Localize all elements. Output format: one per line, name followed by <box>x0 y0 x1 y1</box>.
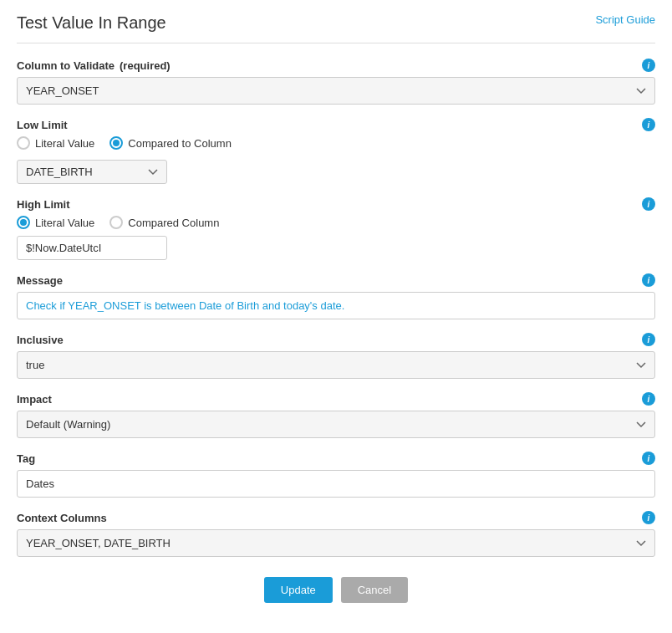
message-input[interactable] <box>17 292 655 319</box>
impact-info-icon[interactable]: i <box>642 392 655 406</box>
impact-group: Impact i Default (Warning) Error Info <box>17 392 655 438</box>
script-guide-link[interactable]: Script Guide <box>595 13 655 26</box>
high-limit-group: High Limit i Literal Value Compared Colu… <box>17 197 655 260</box>
low-limit-literal-option[interactable]: Literal Value <box>17 136 94 150</box>
inclusive-group: Inclusive i true false <box>17 333 655 379</box>
cancel-button[interactable]: Cancel <box>341 577 408 603</box>
tag-label: Tag <box>17 452 35 465</box>
context-columns-group: Context Columns i YEAR_ONSET, DATE_BIRTH <box>17 511 655 557</box>
high-limit-compared-option[interactable]: Compared Column <box>109 216 219 229</box>
main-container: Script Guide Test Value In Range Column … <box>0 0 672 620</box>
column-to-validate-required: (required) <box>120 59 171 72</box>
tag-group: Tag i <box>17 452 655 498</box>
low-limit-radio-group: Literal Value Compared to Column <box>17 136 655 150</box>
low-limit-info-icon[interactable]: i <box>642 118 655 131</box>
message-label: Message <box>17 274 63 287</box>
high-limit-radio-group: Literal Value Compared Column <box>17 216 655 229</box>
tag-info-icon[interactable]: i <box>642 452 655 465</box>
high-limit-label: High Limit <box>17 198 70 211</box>
update-button[interactable]: Update <box>264 577 333 603</box>
low-limit-literal-radio[interactable] <box>17 136 30 150</box>
context-columns-info-icon[interactable]: i <box>642 511 655 524</box>
low-limit-compared-label: Compared to Column <box>128 137 232 150</box>
low-limit-label: Low Limit <box>17 119 68 131</box>
column-to-validate-info-icon[interactable]: i <box>642 59 655 72</box>
high-limit-literal-radio[interactable] <box>17 216 30 229</box>
title-divider <box>17 43 655 43</box>
context-columns-label: Context Columns <box>17 512 107 524</box>
column-to-validate-label: Column to Validate <box>17 59 115 72</box>
button-row: Update Cancel <box>17 577 655 603</box>
column-to-validate-group: Column to Validate (required) i YEAR_ONS… <box>17 59 655 105</box>
high-limit-literal-label: Literal Value <box>35 217 94 229</box>
message-group: Message i <box>17 273 655 319</box>
low-limit-column-select[interactable]: DATE_BIRTH YEAR_ONSET <box>17 160 167 184</box>
low-limit-group: Low Limit i Literal Value Compared to Co… <box>17 118 655 184</box>
impact-select[interactable]: Default (Warning) Error Info <box>17 411 655 438</box>
high-limit-compared-radio[interactable] <box>109 216 123 229</box>
inclusive-label: Inclusive <box>17 334 64 346</box>
column-to-validate-select[interactable]: YEAR_ONSET DATE_BIRTH <box>17 77 655 105</box>
high-limit-info-icon[interactable]: i <box>642 197 655 211</box>
page-title: Test Value In Range <box>17 13 655 33</box>
low-limit-compared-radio[interactable] <box>109 136 123 150</box>
high-limit-literal-option[interactable]: Literal Value <box>17 216 94 229</box>
low-limit-literal-label: Literal Value <box>35 137 94 150</box>
high-limit-compared-label: Compared Column <box>128 217 219 229</box>
tag-input[interactable] <box>17 470 655 498</box>
impact-label: Impact <box>17 393 52 406</box>
inclusive-select[interactable]: true false <box>17 351 655 379</box>
inclusive-info-icon[interactable]: i <box>642 333 655 346</box>
high-limit-literal-input[interactable] <box>17 236 167 260</box>
context-columns-select[interactable]: YEAR_ONSET, DATE_BIRTH <box>17 529 655 557</box>
low-limit-column-wrapper: DATE_BIRTH YEAR_ONSET <box>17 160 167 184</box>
low-limit-compared-option[interactable]: Compared to Column <box>109 136 232 150</box>
message-info-icon[interactable]: i <box>642 273 655 287</box>
